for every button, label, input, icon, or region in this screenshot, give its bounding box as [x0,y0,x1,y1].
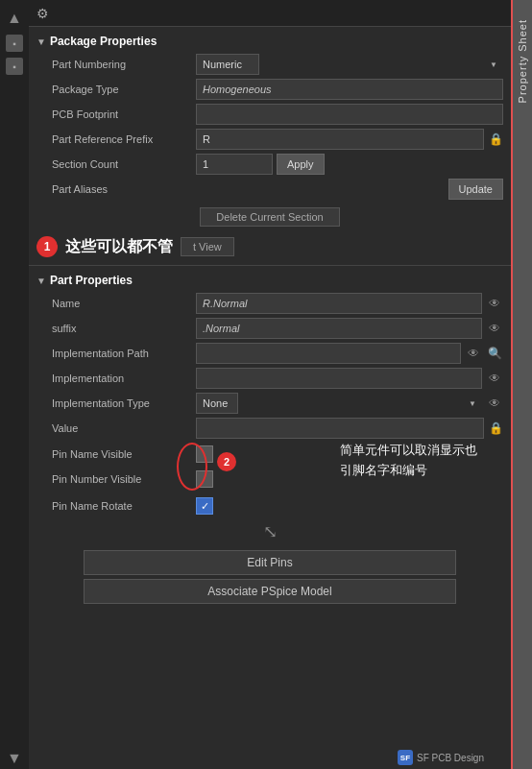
left-nav: ▲ ▪ ▪ ▼ [0,0,29,769]
divider-1 [29,265,511,266]
eye-icon-suffix[interactable]: 👁 [486,320,503,337]
implementation-path-row: Implementation Path 👁 🔍 [29,341,511,366]
right-tab[interactable]: Property Sheet [511,0,532,769]
pcb-footprint-row: PCB Footprint [29,102,511,127]
bottom-buttons: Edit Pins Associate PSpice Model [29,546,511,608]
implementation-input[interactable] [196,368,482,389]
delete-section-area: Delete Current Section [29,202,511,232]
part-numbering-label: Part Numbering [52,59,196,70]
name-row: Name 👁 [29,291,511,316]
package-type-value [196,79,503,100]
edit-pins-button[interactable]: Edit Pins [84,550,457,575]
pin-name-visible-label: Pin Name Visible [52,448,196,460]
pin-name-visible-checkbox[interactable] [196,445,213,463]
implementation-type-select-wrapper: None VHDL EDIF [196,393,482,414]
part-reference-prefix-label: Part Reference Prefix [52,133,196,145]
pin-number-visible-checkbox[interactable] [196,470,213,488]
eye-icon-impl-type[interactable]: 👁 [486,395,503,412]
value-row: Value 🔒 [29,416,511,441]
watermark-logo: SF [398,750,413,765]
pin-visibility-area: Pin Name Visible Pin Number Visible 2 [29,441,511,494]
value-value: 🔒 [196,418,503,439]
annotation-1-row: 1 这些可以都不管 t View [29,232,511,261]
name-input[interactable] [196,293,482,314]
name-value: 👁 [196,293,503,314]
badge-2: 2 [217,452,236,471]
associate-pspice-button[interactable]: Associate PSpice Model [84,579,457,604]
pin-name-rotate-row: Pin Name Rotate [29,494,511,517]
panel-body: ▼ Package Properties Part Numbering Nume… [29,27,511,769]
part-aliases-label: Part Aliases [52,183,196,195]
implementation-path-input[interactable] [196,343,461,364]
eye-icon-impl[interactable]: 👁 [486,370,503,387]
package-type-input[interactable] [196,79,503,100]
annotation-2-text: 简单元件可以取消显示也引脚名字和编号 [340,441,484,481]
right-tab-label: Property Sheet [517,19,528,103]
name-label: Name [52,298,196,309]
package-type-label: Package Type [52,84,196,95]
part-properties-title: Part Properties [50,274,133,287]
implementation-path-label: Implementation Path [52,348,196,359]
pcb-footprint-label: PCB Footprint [52,108,196,120]
nav-icon-1[interactable]: ▪ [6,35,23,52]
resize-icon[interactable]: ⤡ [263,521,278,542]
eye-icon-impl-path[interactable]: 👁 [465,345,482,362]
part-numbering-row: Part Numbering Numeric Alphabetic [29,52,511,77]
badge-1: 1 [36,236,58,257]
implementation-path-value: 👁 🔍 [196,343,503,364]
part-reference-prefix-input[interactable] [196,129,484,150]
part-properties-header: ▼ Part Properties [29,270,511,291]
value-label: Value [52,422,196,434]
package-properties-header: ▼ Package Properties [29,31,511,52]
implementation-label: Implementation [52,372,196,384]
part-numbering-value: Numeric Alphabetic [196,54,503,75]
implementation-type-row: Implementation Type None VHDL EDIF 👁 [29,391,511,416]
scroll-up-btn[interactable]: ▲ [5,8,24,29]
pcb-footprint-input[interactable] [196,104,503,125]
watermark-text: SF PCB Design [417,753,484,763]
annotation-1-text: 这些可以都不管 [65,237,173,257]
content-area: ⚙ ▼ Package Properties Part Numbering Nu… [29,0,511,769]
section-count-row: Section Count Apply [29,152,511,177]
part-aliases-row: Part Aliases Update [29,177,511,202]
implementation-type-label: Implementation Type [52,397,196,409]
package-properties-title: Package Properties [50,35,157,48]
suffix-label: suffix [52,323,196,334]
pcb-footprint-value [196,104,503,125]
implementation-row: Implementation 👁 [29,366,511,391]
implementation-type-select[interactable]: None VHDL EDIF [196,393,238,414]
implementation-value: 👁 [196,368,503,389]
delete-current-section-button[interactable]: Delete Current Section [200,207,339,227]
value-input[interactable] [196,418,484,439]
view-button[interactable]: t View [181,237,234,256]
pin-name-rotate-value [196,497,503,515]
lock-icon-value: 🔒 [488,421,503,436]
part-props-arrow[interactable]: ▼ [36,276,46,286]
update-button[interactable]: Update [448,179,503,200]
gear-icon: ⚙ [36,6,52,21]
package-type-row: Package Type [29,77,511,102]
eye-icon-name[interactable]: 👁 [486,295,503,312]
section-count-value: Apply [196,154,503,175]
suffix-input[interactable] [196,318,482,339]
folder-icon-impl-path[interactable]: 🔍 [486,345,503,362]
main-container: ▲ ▪ ▪ ▼ ⚙ ▼ Package Properties Part Numb… [0,0,532,769]
suffix-row: suffix 👁 [29,316,511,341]
part-reference-prefix-row: Part Reference Prefix 🔒 [29,127,511,152]
implementation-type-value: None VHDL EDIF 👁 [196,393,503,414]
scroll-down-btn[interactable]: ▼ [5,748,24,769]
collapse-arrow[interactable]: ▼ [36,36,46,47]
watermark: SF SF PCB Design [398,750,484,765]
part-numbering-select-wrapper: Numeric Alphabetic [196,54,503,75]
apply-button[interactable]: Apply [277,154,325,175]
lock-icon: 🔒 [488,132,503,147]
pin-number-visible-label: Pin Number Visible [52,473,196,485]
pin-name-rotate-checkbox[interactable] [196,497,213,515]
part-aliases-value: Update [196,179,503,200]
part-numbering-select[interactable]: Numeric Alphabetic [196,54,259,75]
top-bar: ⚙ [29,0,511,27]
suffix-value: 👁 [196,318,503,339]
part-reference-prefix-value: 🔒 [196,129,503,150]
nav-icon-2[interactable]: ▪ [6,58,23,75]
section-count-input[interactable] [196,154,273,175]
